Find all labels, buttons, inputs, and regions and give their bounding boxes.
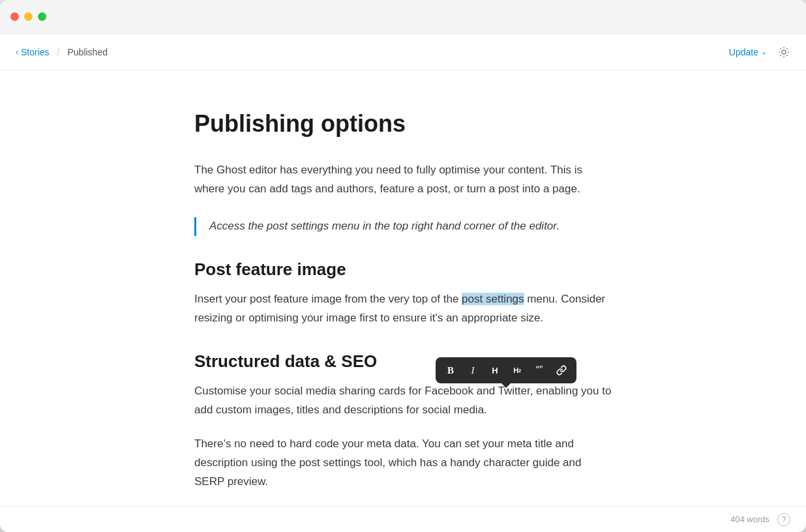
intro-paragraph: The Ghost editor has everything you need…: [194, 161, 612, 199]
update-chevron-icon: ⌄: [761, 48, 767, 56]
main-area: ‹ Stories / Published Update ⌄: [0, 34, 806, 532]
maximize-button[interactable]: [38, 12, 46, 21]
update-button[interactable]: Update ⌄: [729, 47, 767, 57]
bold-button[interactable]: B: [441, 361, 460, 379]
section1-paragraph: Insert your post feature image from the …: [194, 290, 612, 328]
article-title: Publishing options: [194, 110, 612, 138]
toolbar-right: Update ⌄: [729, 46, 790, 59]
breadcrumb-separator: /: [57, 47, 60, 57]
back-to-stories-link[interactable]: ‹ Stories: [16, 47, 50, 57]
traffic-lights: [10, 12, 46, 21]
link-button[interactable]: [552, 361, 571, 379]
close-button[interactable]: [10, 12, 19, 21]
stories-label: Stories: [21, 47, 50, 57]
floating-toolbar: B I H H2 “”: [436, 357, 576, 383]
word-count: 404 words: [730, 514, 769, 524]
editor-area[interactable]: Publishing options The Ghost editor has …: [0, 70, 806, 506]
status-badge: Published: [67, 47, 108, 57]
app-window: ‹ Stories / Published Update ⌄: [0, 0, 806, 532]
section2-paragraph2: There’s no need to hard code your meta d…: [194, 435, 612, 492]
blockquote: Access the post settings menu in the top…: [194, 217, 612, 236]
help-button[interactable]: ?: [777, 513, 790, 526]
minimize-button[interactable]: [24, 12, 33, 21]
blockquote-text: Access the post settings menu in the top…: [209, 217, 612, 236]
article-body: The Ghost editor has everything you need…: [194, 161, 612, 492]
editor-toolbar: ‹ Stories / Published Update ⌄: [0, 34, 806, 70]
section2-paragraph1: Customise your social media sharing card…: [194, 382, 612, 420]
titlebar: [0, 0, 806, 34]
word-count-bar: 404 words ?: [0, 506, 806, 532]
heading1-button[interactable]: H: [485, 361, 505, 379]
italic-button[interactable]: I: [463, 361, 483, 379]
section1-heading: Post feature image: [194, 259, 612, 280]
section1-text-before: Insert your post feature image from the …: [194, 293, 462, 305]
editor-content: Publishing options The Ghost editor has …: [181, 110, 625, 492]
svg-point-0: [782, 50, 786, 54]
back-chevron-icon: ‹: [16, 48, 18, 57]
toolbar-left: ‹ Stories / Published: [16, 47, 108, 57]
quote-button[interactable]: “”: [530, 361, 549, 379]
settings-button[interactable]: [777, 46, 790, 59]
heading2-button[interactable]: H2: [507, 361, 527, 379]
highlighted-text: post settings: [462, 293, 524, 305]
update-label: Update: [729, 47, 758, 57]
